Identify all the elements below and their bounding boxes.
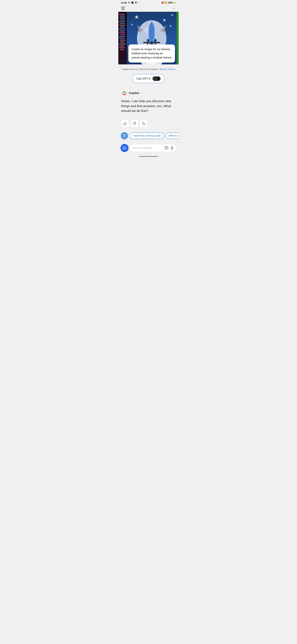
suggestion-chip-1[interactable]: I need help making a plan xyxy=(129,132,164,139)
disclaimer-text: Copilot uses AI. Check for mistakes. xyxy=(122,68,159,70)
new-chat-button[interactable] xyxy=(120,144,129,152)
home-bar xyxy=(139,156,158,157)
copilot-message-text: Great, I can help you discover new thing… xyxy=(121,98,176,116)
wifi-icon: 📶 xyxy=(164,2,167,4)
svg-point-28 xyxy=(147,40,148,40)
mute-icon: 🔇 xyxy=(161,2,164,4)
main-carousel-image[interactable]: Create an image for my fantasy football … xyxy=(127,12,177,64)
gpt4-toggle-container: Use GPT-4 xyxy=(118,73,179,88)
camera-icon xyxy=(165,146,168,150)
action-buttons-row xyxy=(118,118,179,131)
svg-point-26 xyxy=(147,39,149,42)
svg-marker-1 xyxy=(163,18,166,22)
input-bar-container: Ask me anything... xyxy=(118,142,179,154)
status-time: 11:00 ✕ 🖼 ③ ● xyxy=(121,1,139,4)
privacy-link[interactable]: Privacy xyxy=(168,68,175,70)
disclaimer-bar: Copilot uses AI. Check for mistakes. Ter… xyxy=(118,64,179,73)
thumbs-up-button[interactable] xyxy=(121,120,129,128)
suggestions-row: I need help making a plan Where can I se… xyxy=(118,131,179,142)
question-icon-button[interactable] xyxy=(121,132,128,139)
top-navigation: ··· xyxy=(118,5,179,12)
image-carousel: Create an image for my fantasy football … xyxy=(118,12,179,64)
svg-point-27 xyxy=(154,39,156,42)
thumbs-down-button[interactable] xyxy=(130,120,138,128)
hamburger-menu[interactable] xyxy=(121,7,125,10)
image-icon: 🖼 xyxy=(131,2,133,4)
copilot-header: Copilot xyxy=(121,90,176,96)
chat-plus-icon xyxy=(122,146,127,150)
copilot-logo-icon xyxy=(121,90,127,96)
microphone-button[interactable] xyxy=(170,146,174,150)
terms-link[interactable]: Terms xyxy=(159,68,166,70)
question-mark-icon xyxy=(122,134,126,138)
svg-marker-0 xyxy=(135,15,139,19)
input-placeholder-text: Ask me anything... xyxy=(133,146,163,150)
copy-icon xyxy=(142,122,145,125)
svg-marker-4 xyxy=(169,25,172,27)
gpt4-toggle-label: Use GPT-4 xyxy=(136,77,150,80)
image-prompt-bubble: Create an image for my fantasy football … xyxy=(128,44,175,62)
svg-point-11 xyxy=(154,30,155,31)
x-icon: ✕ xyxy=(128,1,130,4)
toggle-knob xyxy=(156,77,160,80)
svg-point-10 xyxy=(148,30,150,31)
dot-indicator: ● xyxy=(138,2,139,4)
svg-marker-2 xyxy=(171,14,173,16)
carousel-left-preview[interactable] xyxy=(118,12,127,64)
thumbs-down-icon xyxy=(133,122,136,125)
gpt4-toggle-pill[interactable]: Use GPT-4 xyxy=(132,74,164,83)
image-prompt-text: Create an image for my fantasy football … xyxy=(131,47,172,60)
thumbs-up-icon xyxy=(123,122,127,125)
battery-display: 100% xyxy=(168,2,173,4)
copy-button[interactable] xyxy=(140,120,148,128)
time-display: 11:00 xyxy=(121,2,127,4)
copilot-section: Copilot Great, I can help you discover n… xyxy=(118,88,179,118)
more-options-button[interactable]: ··· xyxy=(172,6,176,10)
input-field-wrapper[interactable]: Ask me anything... xyxy=(130,144,177,152)
svg-point-29 xyxy=(154,40,155,40)
status-bar: 11:00 ✕ 🖼 ③ ● 🔇 📶 100% 🔋 xyxy=(118,0,179,5)
copilot-name-label: Copilot xyxy=(129,91,139,95)
suggestion-chip-2[interactable]: Where can I see the s... xyxy=(166,132,179,139)
camera-button[interactable] xyxy=(165,146,168,150)
svg-rect-39 xyxy=(143,123,145,125)
microphone-icon xyxy=(170,146,174,150)
gpt4-toggle-switch[interactable] xyxy=(153,76,161,81)
threads-icon: ③ xyxy=(135,1,137,4)
home-indicator xyxy=(118,154,179,158)
main-content: Copilot uses AI. Check for mistakes. Ter… xyxy=(118,64,179,158)
battery-icon: 🔋 xyxy=(174,2,176,4)
carousel-right-preview[interactable] xyxy=(177,12,179,64)
svg-point-44 xyxy=(166,147,167,148)
status-right-icons: 🔇 📶 100% 🔋 xyxy=(161,2,176,4)
svg-marker-3 xyxy=(131,23,133,26)
